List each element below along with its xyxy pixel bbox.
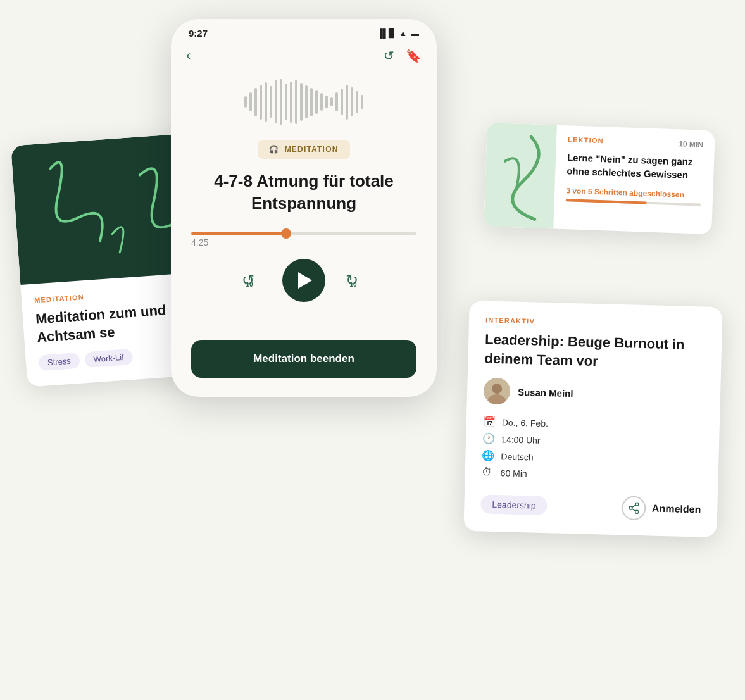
wave-bar bbox=[254, 88, 257, 116]
phone-status-bar: 9:27 ▐▌▊ ▲ ▬ bbox=[171, 19, 437, 42]
duration-text: 60 Min bbox=[501, 468, 527, 479]
wave-bar bbox=[280, 79, 282, 125]
svg-line-6 bbox=[632, 505, 635, 508]
back-icon[interactable]: ‹ bbox=[186, 47, 191, 64]
wifi-icon: ▲ bbox=[399, 28, 407, 38]
lektion-tag: LEKTION bbox=[568, 135, 604, 144]
lang-row: 🌐 Deutsch bbox=[482, 450, 702, 468]
lektion-progress-text: 3 von 5 Schritten abgeschlossen bbox=[566, 186, 701, 199]
progress-bar[interactable] bbox=[191, 232, 416, 235]
wave-bar bbox=[310, 88, 313, 116]
phone-time: 9:27 bbox=[189, 28, 208, 39]
wave-bar bbox=[270, 86, 272, 118]
bookmark-icon[interactable]: 🔖 bbox=[406, 48, 422, 63]
phone-content: 🎧 MEDITATION 4-7-8 Atmung für totale Ent… bbox=[171, 70, 437, 334]
globe-icon: 🌐 bbox=[482, 450, 494, 463]
info-rows: 📅 Do., 6. Feb. 🕐 14:00 Uhr 🌐 Deutsch ⏱ 6… bbox=[481, 416, 703, 484]
wave-bar bbox=[265, 82, 267, 122]
svg-point-4 bbox=[635, 511, 638, 514]
timer-icon: ⏱ bbox=[481, 467, 494, 479]
clock-icon: 🕐 bbox=[482, 433, 495, 446]
wave-bar bbox=[346, 85, 348, 120]
play-button[interactable] bbox=[282, 259, 325, 302]
phone-nav: ‹ ↺ 🔖 bbox=[171, 42, 437, 70]
card-interaktiv: INTERAKTIV Leadership: Beuge Burnout in … bbox=[463, 301, 722, 538]
lektion-title: Lerne "Nein" zu sagen ganz ohne schlecht… bbox=[567, 151, 703, 182]
signal-icon: ▐▌▊ bbox=[377, 28, 395, 38]
wave-bar bbox=[300, 83, 303, 121]
progress-fill bbox=[191, 232, 286, 235]
phone-main-title: 4-7-8 Atmung für totale Entspannung bbox=[191, 170, 416, 215]
wave-bar bbox=[361, 95, 363, 109]
wave-bar bbox=[249, 92, 252, 111]
date-row: 📅 Do., 6. Feb. bbox=[483, 416, 703, 434]
progress-track bbox=[191, 232, 416, 235]
headphones-icon: 🎧 bbox=[269, 145, 279, 154]
lektion-green-panel bbox=[484, 123, 557, 229]
lektion-top-row: LEKTION 10 MIN bbox=[568, 135, 703, 149]
tag-worklife[interactable]: Work-Lif bbox=[84, 349, 134, 368]
waveform bbox=[191, 77, 416, 127]
svg-line-7 bbox=[632, 509, 635, 511]
card-lektion: LEKTION 10 MIN Lerne "Nein" zu sagen gan… bbox=[484, 123, 715, 234]
lektion-steps-fill bbox=[566, 199, 647, 204]
wave-bar bbox=[285, 84, 287, 120]
wave-bar bbox=[244, 96, 247, 108]
wave-bar bbox=[325, 96, 328, 108]
author-name: Susan Meinl bbox=[518, 387, 573, 399]
interaktiv-tag: INTERAKTIV bbox=[485, 316, 706, 329]
wave-bar bbox=[290, 82, 292, 123]
date-text: Do., 6. Feb. bbox=[502, 417, 549, 428]
card-bottom-row: Leadership Anmelden bbox=[480, 492, 701, 522]
calendar-icon: 📅 bbox=[483, 416, 496, 428]
skip-forward-button[interactable]: ↻ 10 bbox=[343, 268, 368, 293]
anmelden-button[interactable]: Anmelden bbox=[621, 496, 701, 522]
wave-bar bbox=[330, 97, 333, 106]
battery-icon: ▬ bbox=[411, 28, 419, 38]
skip-back-button[interactable]: ↺ 10 bbox=[239, 268, 265, 293]
anmelden-label: Anmelden bbox=[652, 503, 701, 516]
lektion-steps-bar bbox=[566, 199, 701, 206]
history-icon[interactable]: ↺ bbox=[384, 48, 394, 63]
duration-row: ⏱ 60 Min bbox=[481, 467, 701, 484]
author-avatar bbox=[484, 378, 511, 405]
share-icon bbox=[621, 496, 646, 521]
time-row: 🕐 14:00 Uhr bbox=[482, 433, 703, 451]
lektion-time: 10 MIN bbox=[679, 139, 703, 149]
wave-bar bbox=[305, 85, 308, 118]
tag-stress[interactable]: Stress bbox=[38, 353, 80, 371]
progress-time: 4:25 bbox=[191, 237, 416, 247]
status-icons: ▐▌▊ ▲ ▬ bbox=[377, 28, 419, 38]
wave-bar bbox=[260, 85, 262, 120]
time-text: 14:00 Uhr bbox=[501, 434, 541, 446]
leadership-pill[interactable]: Leadership bbox=[480, 495, 548, 516]
end-meditation-button[interactable]: Meditation beenden bbox=[191, 340, 416, 378]
wave-bar bbox=[335, 92, 338, 111]
lang-text: Deutsch bbox=[501, 451, 534, 462]
svg-point-5 bbox=[629, 506, 632, 509]
wave-bar bbox=[351, 87, 353, 116]
player-controls: ↺ 10 ↻ 10 bbox=[191, 259, 416, 302]
author-row: Susan Meinl bbox=[484, 378, 704, 410]
wave-bar bbox=[356, 91, 358, 113]
play-icon bbox=[298, 272, 312, 289]
wave-bar bbox=[295, 80, 297, 124]
interaktiv-title: Leadership: Beuge Burnout in deinem Team… bbox=[484, 330, 705, 373]
wave-bar bbox=[315, 90, 318, 114]
card-phone: 9:27 ▐▌▊ ▲ ▬ ‹ ↺ 🔖 bbox=[171, 19, 437, 397]
wave-bar bbox=[275, 80, 277, 123]
badge-label: MEDITATION bbox=[285, 145, 339, 154]
meditation-badge: 🎧 MEDITATION bbox=[258, 140, 349, 159]
svg-point-3 bbox=[635, 503, 639, 506]
progress-dot bbox=[281, 228, 291, 239]
phone-nav-icons: ↺ 🔖 bbox=[384, 48, 422, 63]
wave-bar bbox=[341, 89, 343, 115]
wave-bar bbox=[320, 93, 323, 111]
lektion-body: LEKTION 10 MIN Lerne "Nein" zu sagen gan… bbox=[553, 125, 715, 235]
